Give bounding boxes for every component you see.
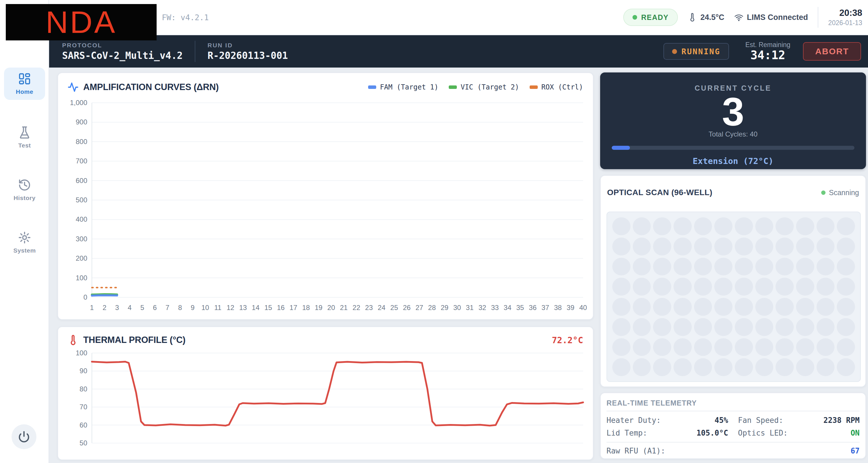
raw-rfu-value: 67 xyxy=(851,447,860,455)
well xyxy=(653,298,671,316)
well xyxy=(816,238,835,256)
legend-swatch-vic xyxy=(449,86,457,89)
svg-text:37: 37 xyxy=(541,304,549,311)
svg-text:29: 29 xyxy=(441,304,448,311)
well xyxy=(714,298,733,316)
well xyxy=(674,217,692,235)
power-icon xyxy=(18,431,30,443)
lid-temp-label: Lid Temp: xyxy=(607,429,647,437)
sidebar-item-history[interactable]: History xyxy=(4,174,45,206)
svg-text:12: 12 xyxy=(226,304,234,311)
telemetry-title: REAL-TIME TELEMETRY xyxy=(607,399,860,407)
well xyxy=(837,217,855,235)
well xyxy=(653,258,671,276)
well xyxy=(714,358,733,376)
legend-label-rox: ROX (Ctrl) xyxy=(541,83,583,91)
well xyxy=(653,358,671,376)
svg-text:35: 35 xyxy=(516,304,524,311)
svg-text:30: 30 xyxy=(453,304,461,311)
sidebar-item-label: System xyxy=(13,247,36,254)
sidebar-item-system[interactable]: System xyxy=(4,226,45,259)
well xyxy=(796,238,814,256)
thermal-title: THERMAL PROFILE (°C) xyxy=(83,335,186,345)
clock-date: 2026-01-13 xyxy=(828,19,862,27)
svg-text:1,000: 1,000 xyxy=(70,99,87,106)
wifi-icon xyxy=(734,13,743,22)
run-id-field: RUN ID R-20260113-001 xyxy=(208,41,288,62)
ambient-temperature-value: 24.5°C xyxy=(701,13,724,22)
top-status-bar: FW: v4.2.1 READY 24.5°C LIMS Connected xyxy=(49,0,868,35)
sidebar-item-label: Test xyxy=(18,142,31,149)
telemetry-optics-row: Optics LED: ON xyxy=(738,429,860,437)
firmware-version: FW: v4.2.1 xyxy=(162,13,209,22)
well xyxy=(735,358,753,376)
fan-speed-label: Fan Speed: xyxy=(738,416,783,425)
well xyxy=(837,298,855,316)
well xyxy=(755,217,774,235)
instrument-dashboard: Home Test History System xyxy=(0,0,868,463)
well xyxy=(735,217,753,235)
flask-icon xyxy=(18,126,31,139)
sidebar-item-test[interactable]: Test xyxy=(4,121,45,154)
svg-text:3: 3 xyxy=(115,304,119,311)
well xyxy=(735,238,753,256)
svg-text:36: 36 xyxy=(529,304,536,311)
well xyxy=(776,358,794,376)
nda-logo-overlay: NDA xyxy=(6,4,157,40)
svg-text:2: 2 xyxy=(102,304,106,311)
power-button[interactable] xyxy=(11,424,36,449)
svg-text:23: 23 xyxy=(365,304,373,311)
well xyxy=(735,258,753,276)
legend-label-fam: FAM (Target 1) xyxy=(380,83,438,91)
run-id-value: R-20260113-001 xyxy=(208,50,288,62)
sidebar-item-home[interactable]: Home xyxy=(4,68,45,100)
well xyxy=(674,338,692,356)
cycle-progress-fill xyxy=(612,146,630,150)
telemetry-card: REAL-TIME TELEMETRY Heater Duty: 45% Fan… xyxy=(600,393,866,459)
well xyxy=(653,278,671,296)
well xyxy=(755,238,774,256)
well xyxy=(776,238,794,256)
svg-text:4: 4 xyxy=(128,304,131,311)
heater-duty-label: Heater Duty: xyxy=(607,416,661,425)
svg-text:15: 15 xyxy=(265,304,272,311)
svg-text:6: 6 xyxy=(153,304,157,311)
svg-text:26: 26 xyxy=(403,304,411,311)
svg-text:19: 19 xyxy=(315,304,322,311)
well xyxy=(674,358,692,376)
telemetry-divider xyxy=(607,442,860,442)
well xyxy=(714,238,733,256)
svg-text:27: 27 xyxy=(415,304,423,311)
well xyxy=(653,217,671,235)
well xyxy=(816,298,835,316)
amplification-title: AMPLIFICATION CURVES (ΔRN) xyxy=(83,82,219,92)
well xyxy=(653,238,671,256)
ambient-temperature: 24.5°C xyxy=(688,13,724,22)
fan-speed-value: 2238 RPM xyxy=(824,416,860,425)
svg-text:80: 80 xyxy=(80,385,87,393)
well xyxy=(674,278,692,296)
well xyxy=(612,318,630,336)
amplification-legend: FAM (Target 1) VIC (Target 2) ROX (Ctrl) xyxy=(368,83,583,91)
nda-logo-text: NDA xyxy=(45,7,117,38)
telemetry-divider xyxy=(607,411,860,411)
topbar-divider xyxy=(818,7,818,28)
well xyxy=(633,318,651,336)
well xyxy=(837,338,855,356)
svg-text:10: 10 xyxy=(202,304,209,311)
well xyxy=(776,278,794,296)
well xyxy=(837,318,855,336)
svg-text:8: 8 xyxy=(178,304,182,311)
svg-text:39: 39 xyxy=(567,304,575,311)
raw-rfu-label: Raw RFU (A1): xyxy=(607,447,665,455)
ready-status-label: READY xyxy=(641,13,669,22)
current-cycle-value: 3 xyxy=(722,91,744,132)
well xyxy=(694,238,712,256)
run-status-bar: PROTOCOL SARS-CoV-2_Multi_v4.2 RUN ID R-… xyxy=(49,35,868,68)
thermal-profile-card: THERMAL PROFILE (°C) 72.2°C 506070809010… xyxy=(58,327,593,460)
well-plate-96 xyxy=(607,211,861,382)
well xyxy=(694,358,712,376)
well xyxy=(755,298,774,316)
abort-button[interactable]: ABORT xyxy=(803,42,861,61)
well xyxy=(633,298,651,316)
